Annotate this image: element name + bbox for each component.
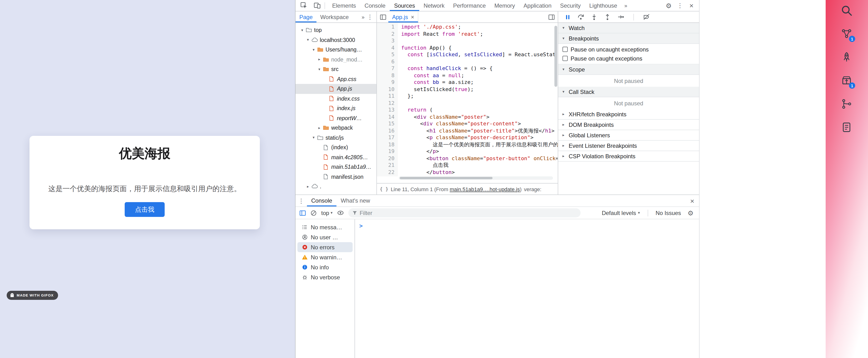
tab-security[interactable]: Security: [556, 0, 585, 11]
console-filter-no-errors[interactable]: No errors: [298, 242, 352, 252]
clear-console-icon[interactable]: [310, 210, 317, 216]
deactivate-breakpoints-icon[interactable]: [643, 13, 650, 21]
console-messages-area[interactable]: >: [355, 219, 699, 358]
section-header-xhr-fetch-breakpoints[interactable]: ▸XHR/fetch Breakpoints: [558, 109, 699, 120]
tab-whats-new[interactable]: What's new: [336, 195, 374, 206]
scope-section-header[interactable]: ▾Scope: [558, 64, 699, 75]
code-editor[interactable]: App.js × 1234567891011121314151617181920…: [377, 11, 558, 194]
editor-vertical-scrollbar[interactable]: [554, 26, 557, 87]
log-level-select[interactable]: Default levels▾: [602, 210, 640, 216]
toggle-navigator-icon[interactable]: [380, 13, 386, 20]
step-icon[interactable]: [617, 13, 624, 21]
device-toolbar-icon[interactable]: [312, 1, 322, 10]
code-line: </p>: [401, 148, 558, 155]
notes-icon[interactable]: [840, 120, 853, 134]
issues-counter[interactable]: No Issues: [655, 210, 681, 216]
tab-application[interactable]: Application: [519, 0, 556, 11]
tab-elements[interactable]: Elements: [328, 0, 360, 11]
section-header-csp-violation-breakpoints[interactable]: ▸CSP Violation Breakpoints: [558, 151, 699, 162]
close-drawer-icon[interactable]: ×: [690, 197, 699, 205]
section-header-event-listener-breakpoints[interactable]: ▸Event Listener Breakpoints: [558, 141, 699, 151]
tab-memory[interactable]: Memory: [490, 0, 520, 11]
console-filter-no-info[interactable]: No info: [298, 262, 352, 272]
console-filter-input[interactable]: Filter: [348, 208, 580, 217]
call-stack-section-header[interactable]: ▾Call Stack: [558, 87, 699, 97]
pause-script-icon[interactable]: [564, 13, 571, 20]
tab-performance[interactable]: Performance: [449, 0, 490, 11]
pretty-print-icon[interactable]: { }: [380, 186, 388, 192]
navigator-overflow-chevron[interactable]: »: [362, 14, 365, 20]
section-label: Event Listener Breakpoints: [569, 142, 637, 149]
line-number: 21: [377, 162, 395, 169]
settings-gear-icon[interactable]: ⚙: [664, 1, 673, 10]
right-gradient-panel: 11: [826, 0, 868, 358]
tree-item-index-js[interactable]: index.js: [296, 104, 376, 113]
console-filter-no-verbose[interactable]: No verbose: [298, 272, 352, 282]
tab-sources[interactable]: Sources: [390, 0, 419, 11]
code-line: import React from 'react';: [401, 31, 558, 38]
toggle-debugger-sidebar-icon[interactable]: [548, 13, 555, 20]
search-icon[interactable]: [840, 4, 853, 17]
tab-lighthouse[interactable]: Lighthouse: [585, 0, 621, 11]
tab-console[interactable]: Console: [307, 195, 336, 206]
editor-tab-appjs[interactable]: App.js ×: [388, 11, 418, 22]
code-line: const bb = aa.size;: [401, 79, 558, 86]
step-into-icon[interactable]: [591, 13, 598, 21]
close-tab-icon[interactable]: ×: [411, 13, 414, 20]
tree-item-localhost-3000[interactable]: ▾localhost:3000: [296, 35, 376, 45]
tree-item-webpack[interactable]: ▸webpack: [296, 123, 376, 133]
workflow-icon[interactable]: 1: [840, 27, 853, 40]
tab-workspace[interactable]: Workspace: [316, 11, 352, 22]
close-devtools-icon[interactable]: ×: [687, 1, 696, 10]
watch-section-header[interactable]: ▾Watch: [558, 23, 699, 33]
tree-item-manifest-json[interactable]: manifest.json: [296, 172, 376, 182]
console-settings-icon[interactable]: ⚙: [686, 208, 695, 218]
drawer-menu-icon[interactable]: ⋮: [296, 198, 307, 204]
checkbox-unchecked[interactable]: [562, 56, 568, 61]
tree-item-index-css[interactable]: index.css: [296, 94, 376, 104]
checkbox-unchecked[interactable]: [562, 47, 568, 52]
tree-item-node-mod[interactable]: ▸node_mod…: [296, 55, 376, 64]
merge-icon[interactable]: [840, 97, 853, 111]
breakpoints-section-header[interactable]: ▾Breakpoints: [558, 33, 699, 44]
toggle-console-sidebar-icon[interactable]: [299, 210, 306, 216]
console-prompt-chevron[interactable]: >: [359, 223, 363, 229]
tree-item-app-js[interactable]: App.js: [296, 84, 376, 94]
tree-item-item[interactable]: ▸.: [296, 182, 376, 191]
step-out-icon[interactable]: [604, 13, 611, 21]
console-filter-no-user[interactable]: No user …: [298, 232, 352, 242]
tab-console[interactable]: Console: [360, 0, 390, 11]
tree-item-top[interactable]: ▾top: [296, 25, 376, 35]
tree-item-src[interactable]: ▾src: [296, 64, 376, 74]
console-filter-no-warnin[interactable]: No warnin…: [298, 252, 352, 262]
poster-button[interactable]: 点击我: [125, 202, 165, 217]
tab-page[interactable]: Page: [296, 11, 316, 22]
navigator-menu-icon[interactable]: ⋮: [366, 14, 374, 20]
tree-item-main-51ab1a9[interactable]: main.51ab1a9…: [296, 162, 376, 172]
rocket-icon[interactable]: [840, 51, 853, 64]
console-filter-no-messa[interactable]: No messa…: [298, 222, 352, 232]
scrollbar-thumb[interactable]: [400, 177, 493, 179]
tab-network[interactable]: Network: [419, 0, 449, 11]
tabs-overflow-chevron[interactable]: »: [621, 0, 630, 11]
tree-item-index[interactable]: (index): [296, 142, 376, 152]
inspect-element-icon[interactable]: [299, 1, 308, 10]
line-number: 8: [377, 72, 395, 79]
tree-item-users-huang[interactable]: ▾Users/huang…: [296, 45, 376, 55]
tree-item-app-css[interactable]: App.css: [296, 74, 376, 84]
live-expression-eye-icon[interactable]: [337, 209, 344, 216]
chevron-down-icon: ▾: [299, 28, 305, 32]
tree-item-reportw[interactable]: reportW…: [296, 113, 376, 123]
step-over-icon[interactable]: [577, 13, 584, 21]
tree-item-static-js[interactable]: ▾static/js: [296, 133, 376, 142]
source-map-link[interactable]: main.51ab1a9….hot-update.js: [450, 186, 520, 192]
editor-horizontal-scrollbar[interactable]: [399, 176, 553, 180]
tree-item-label: .: [320, 184, 321, 190]
code-area[interactable]: 12345678910111213141516171819202122 impo…: [377, 23, 558, 176]
javascript-context-select[interactable]: top▾: [321, 210, 332, 216]
more-options-icon[interactable]: ⋮: [675, 1, 685, 10]
package-icon[interactable]: 1: [840, 74, 853, 87]
tree-item-main-4c2805[interactable]: main.4c2805…: [296, 152, 376, 162]
section-header-global-listeners[interactable]: ▸Global Listeners: [558, 130, 699, 141]
section-header-dom-breakpoints[interactable]: ▸DOM Breakpoints: [558, 120, 699, 130]
